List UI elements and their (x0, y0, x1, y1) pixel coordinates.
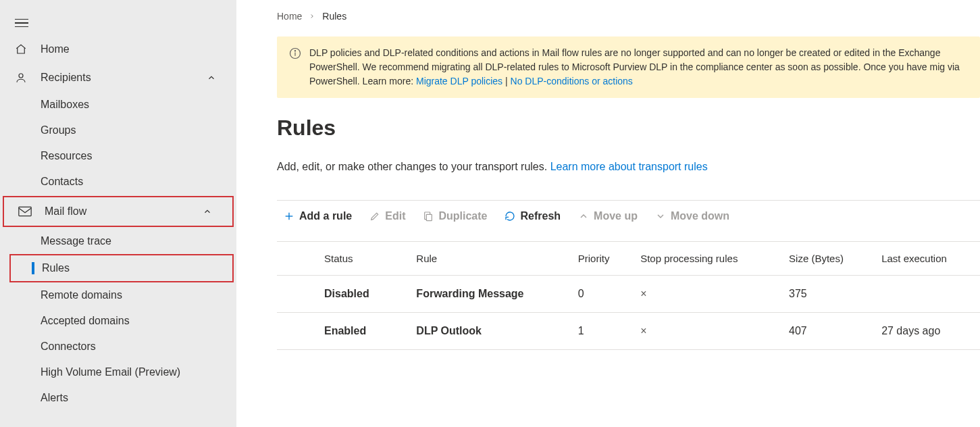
nav-sub-groups[interactable]: Groups (0, 118, 236, 143)
info-banner: DLP policies and DLP-related conditions … (277, 36, 980, 98)
info-icon (289, 47, 301, 89)
cell-last: 27 days ago (873, 313, 980, 350)
banner-text: DLP policies and DLP-related conditions … (309, 46, 968, 89)
chevron-up-icon (207, 73, 216, 82)
col-stop[interactable]: Stop processing rules (632, 242, 781, 276)
refresh-button[interactable]: Refresh (505, 210, 561, 222)
x-icon: × (640, 288, 646, 299)
nav-sub-remote-domains[interactable]: Remote domains (0, 282, 236, 308)
cell-rule: DLP Outlook (408, 313, 569, 350)
chevron-down-icon (655, 211, 666, 222)
hamburger-icon[interactable] (15, 19, 28, 28)
breadcrumb-current: Rules (322, 11, 346, 22)
col-priority[interactable]: Priority (570, 242, 632, 276)
chevron-right-icon (309, 13, 315, 20)
col-rule[interactable]: Rule (408, 242, 569, 276)
plus-icon (284, 211, 294, 222)
chevron-up-icon (203, 207, 212, 216)
chevron-up-icon (578, 211, 589, 222)
nav-sub-alerts[interactable]: Alerts (0, 385, 236, 411)
banner-link-no-dlp[interactable]: No DLP-conditions or actions (511, 76, 633, 86)
svg-rect-7 (427, 214, 432, 220)
cell-last (873, 276, 980, 313)
rules-table: Status Rule Priority Stop processing rul… (277, 241, 980, 350)
banner-link-migrate[interactable]: Migrate DLP policies (416, 76, 502, 86)
refresh-icon (505, 211, 515, 222)
nav-sub-resources[interactable]: Resources (0, 143, 236, 169)
cell-size: 375 (781, 276, 873, 313)
col-status[interactable]: Status (277, 242, 408, 276)
breadcrumb-home[interactable]: Home (277, 11, 302, 22)
nav-sub-high-volume-email[interactable]: High Volume Email (Preview) (0, 359, 236, 385)
mail-icon (18, 206, 32, 217)
cell-stop: × (632, 276, 781, 313)
copy-icon (423, 211, 434, 222)
svg-point-4 (294, 51, 295, 51)
svg-point-0 (19, 74, 23, 78)
main-content: Home Rules DLP policies and DLP-related … (236, 0, 980, 427)
x-icon: × (640, 325, 646, 336)
nav-home-label: Home (41, 43, 70, 55)
nav-sub-rules[interactable]: Rules (9, 254, 234, 282)
page-title: Rules (277, 116, 980, 141)
table-row[interactable]: Enabled DLP Outlook 1 × 407 27 days ago (277, 313, 980, 350)
move-up-button[interactable]: Move up (578, 210, 638, 222)
nav-sub-message-trace[interactable]: Message trace (0, 228, 236, 254)
nav-mailflow[interactable]: Mail flow (3, 196, 234, 227)
col-size[interactable]: Size (Bytes) (781, 242, 873, 276)
svg-rect-1 (19, 207, 31, 216)
nav-sub-mailboxes[interactable]: Mailboxes (0, 92, 236, 118)
cell-status: Enabled (277, 313, 408, 350)
duplicate-button[interactable]: Duplicate (423, 210, 487, 222)
pencil-icon (369, 211, 380, 222)
table-header-row: Status Rule Priority Stop processing rul… (277, 242, 980, 276)
cell-stop: × (632, 313, 781, 350)
home-icon (14, 43, 28, 55)
cell-rule: Forwarding Message (408, 276, 569, 313)
cell-priority: 0 (570, 276, 632, 313)
nav-sub-accepted-domains[interactable]: Accepted domains (0, 308, 236, 334)
toolbar: Add a rule Edit Duplicate Refresh Move u… (277, 200, 980, 234)
nav-mailflow-label: Mail flow (45, 205, 86, 218)
person-icon (14, 72, 28, 84)
table-row[interactable]: Disabled Forwarding Message 0 × 375 (277, 276, 980, 313)
cell-priority: 1 (570, 313, 632, 350)
edit-button[interactable]: Edit (369, 210, 405, 222)
nav-recipients-label: Recipients (41, 72, 91, 84)
cell-size: 407 (781, 313, 873, 350)
cell-status: Disabled (277, 276, 408, 313)
learn-more-link[interactable]: Learn more about transport rules (550, 161, 708, 172)
move-down-button[interactable]: Move down (655, 210, 729, 222)
nav-recipients[interactable]: Recipients (0, 64, 236, 92)
breadcrumb: Home Rules (277, 11, 980, 22)
nav-sub-connectors[interactable]: Connectors (0, 334, 236, 359)
add-rule-button[interactable]: Add a rule (284, 210, 352, 222)
sidebar: Home Recipients Mailboxes Groups Resourc… (0, 0, 236, 427)
nav-sub-contacts[interactable]: Contacts (0, 169, 236, 195)
page-description: Add, edit, or make other changes to your… (277, 161, 980, 173)
col-last[interactable]: Last execution (873, 242, 980, 276)
nav-home[interactable]: Home (0, 35, 236, 64)
